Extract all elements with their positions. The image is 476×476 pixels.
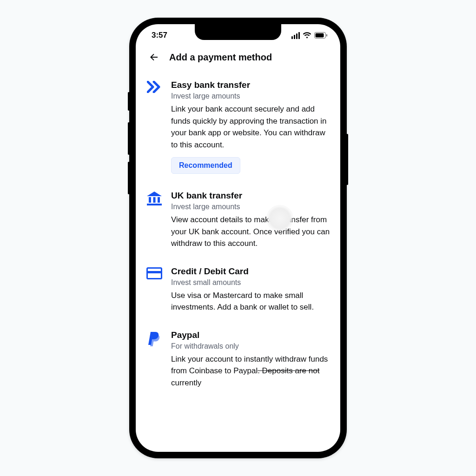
method-subtitle: Invest large amounts [171, 92, 331, 100]
svg-rect-7 [147, 204, 162, 205]
card-icon [146, 267, 162, 279]
svg-rect-2 [326, 34, 327, 37]
method-subtitle: Invest large amounts [171, 203, 331, 211]
page-title: Add a payment method [169, 52, 272, 63]
status-indicators [291, 32, 327, 39]
svg-rect-6 [158, 197, 160, 203]
payment-method-easy-bank-transfer[interactable]: Easy bank transfer Invest large amounts … [146, 72, 331, 182]
battery-icon [314, 32, 327, 39]
arrow-left-icon [148, 52, 159, 63]
cellular-icon [291, 32, 300, 39]
side-button [128, 92, 130, 111]
phone-frame: 3:57 Add a payment method [129, 18, 347, 458]
method-description: Link your bank account securely and add … [171, 103, 331, 151]
status-time: 3:57 [152, 31, 167, 40]
side-button [346, 134, 348, 185]
svg-rect-4 [149, 197, 151, 203]
paypal-icon [147, 331, 161, 347]
svg-rect-1 [316, 33, 324, 38]
method-description: View account details to make a transfer … [171, 214, 331, 250]
method-title: Credit / Debit Card [171, 266, 331, 277]
bank-icon [147, 192, 162, 205]
payment-method-paypal[interactable]: Paypal For withdrawals only Link your ac… [146, 322, 331, 397]
header: Add a payment method [136, 46, 340, 72]
method-description: Use visa or Mastercard to make small inv… [171, 290, 331, 313]
text-strikethrough: . Deposits are not [258, 366, 319, 375]
notch [195, 24, 281, 40]
payment-method-card[interactable]: Credit / Debit Card Invest small amounts… [146, 258, 331, 322]
svg-marker-3 [147, 192, 162, 196]
wifi-icon [303, 32, 311, 39]
payment-method-uk-bank-transfer[interactable]: UK bank transfer Invest large amounts Vi… [146, 182, 331, 258]
method-title: Paypal [171, 330, 331, 340]
payment-method-list: Easy bank transfer Invest large amounts … [136, 72, 340, 452]
method-title: UK bank transfer [171, 191, 331, 201]
svg-rect-9 [147, 271, 162, 273]
double-chevron-icon [147, 81, 162, 93]
method-subtitle: Invest small amounts [171, 278, 331, 287]
back-button[interactable] [146, 49, 162, 65]
svg-rect-5 [153, 197, 156, 203]
recommended-badge: Recommended [171, 157, 240, 174]
text: currently [171, 378, 201, 387]
screen: 3:57 Add a payment method [136, 24, 340, 452]
side-button [128, 122, 130, 155]
method-title: Easy bank transfer [171, 80, 331, 90]
side-button [128, 162, 130, 194]
method-subtitle: For withdrawals only [171, 342, 331, 350]
method-description: Link your account to instantly withdraw … [171, 353, 331, 389]
